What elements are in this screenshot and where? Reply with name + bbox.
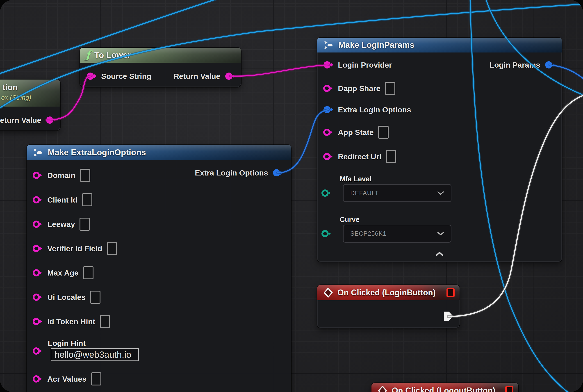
node-on-clicked-login-button[interactable]: On Clicked (LoginButton): [317, 285, 460, 328]
ui-locales-pin[interactable]: [32, 293, 43, 302]
acr-values-value-field[interactable]: [91, 372, 101, 386]
node-title: On Clicked (LoginButton): [338, 288, 436, 298]
client-id-value-field[interactable]: [82, 193, 92, 206]
pin-label: Acr Values: [47, 375, 86, 384]
node-title: tion: [2, 83, 18, 92]
verifier-id-field-pin[interactable]: [32, 244, 43, 253]
node-on-clicked-login-button-header[interactable]: On Clicked (LoginButton): [317, 285, 460, 300]
mfa-level-dropdown[interactable]: DEFAULT: [343, 184, 452, 202]
node-subtitle: ox (String): [1, 94, 31, 102]
extra-login-options-input-pin[interactable]: [323, 105, 334, 114]
pin-label: Verifier Id Field: [47, 244, 102, 253]
pin-label: Domain: [47, 171, 76, 180]
node-on-clicked-logout-button[interactable]: On Clicked (LogoutButton): [372, 383, 518, 392]
leeway-pin[interactable]: [32, 220, 43, 229]
mfa-level-label: Mfa Level: [340, 175, 372, 183]
pin-label: Leeway: [47, 220, 75, 229]
node-make-extra-login-options[interactable]: Make ExtraLoginOptions Extra Login Optio…: [26, 145, 291, 392]
node-title: Make ExtraLoginOptions: [48, 148, 146, 157]
node-make-login-params[interactable]: Make LoginParams Login Provider Login Pa…: [317, 38, 562, 262]
event-icon: [377, 386, 388, 392]
login-hint-label: Login Hint: [48, 339, 86, 348]
acr-values-pin[interactable]: [32, 374, 43, 384]
leeway-value-field[interactable]: [80, 218, 90, 231]
mfa-level-pin[interactable]: [321, 188, 332, 198]
curve-value: SECP256K1: [350, 230, 386, 237]
curve-pin[interactable]: [321, 229, 332, 238]
blueprint-canvas[interactable]: tion ox (String) eturn Value ƒ To Lower …: [0, 0, 583, 392]
id-token-hint-pin[interactable]: [32, 317, 43, 326]
max-age-value-field[interactable]: [83, 266, 94, 279]
delegate-output-icon[interactable]: [505, 386, 514, 392]
node-make-login-params-header[interactable]: Make LoginParams: [317, 38, 562, 52]
pin-label: App State: [338, 128, 374, 137]
source-string-pin[interactable]: [86, 72, 97, 81]
chevron-down-icon: [437, 191, 444, 195]
function-icon: ƒ: [86, 50, 90, 60]
pin-label: Login Provider: [338, 60, 392, 70]
event-icon: [323, 288, 334, 298]
login-hint-pin[interactable]: [32, 346, 43, 356]
node-partial-function[interactable]: tion ox (String) eturn Value: [0, 80, 60, 130]
node-on-clicked-logout-button-header[interactable]: On Clicked (LogoutButton): [372, 383, 518, 392]
redirect-url-pin[interactable]: [323, 152, 334, 161]
client-id-pin[interactable]: [32, 195, 43, 204]
pin-label: Dapp Share: [338, 84, 380, 93]
pin-label: Max Age: [47, 268, 78, 277]
node-title: On Clicked (LogoutButton): [392, 386, 495, 392]
pin-label: Id Token Hint: [47, 317, 95, 326]
app-state-pin[interactable]: [323, 128, 334, 137]
node-title: To Lower: [94, 50, 131, 60]
pin-label: Extra Login Options: [195, 168, 268, 177]
node-make-extra-login-options-header[interactable]: Make ExtraLoginOptions: [26, 145, 291, 160]
make-struct-icon: [32, 148, 44, 158]
return-value-pin[interactable]: [225, 72, 235, 81]
domain-value-field[interactable]: [80, 169, 90, 182]
node-to-lower-header[interactable]: ƒ To Lower: [80, 48, 241, 63]
app-state-value-field[interactable]: [378, 126, 388, 139]
return-value-pin[interactable]: [46, 116, 56, 124]
extra-login-options-output-pin[interactable]: [272, 168, 283, 177]
pin-label: Redirect Url: [338, 152, 382, 161]
pin-label: Ui Locales: [47, 293, 86, 302]
node-partial-function-header[interactable]: tion ox (String): [0, 80, 60, 106]
login-provider-pin[interactable]: [323, 60, 334, 70]
redirect-url-value-field[interactable]: [386, 150, 396, 163]
pin-label: Extra Login Options: [338, 106, 411, 114]
id-token-hint-value-field[interactable]: [100, 315, 110, 328]
dapp-share-pin[interactable]: [323, 84, 334, 93]
pin-label: Login Params: [490, 60, 540, 70]
login-hint-value-field[interactable]: [51, 348, 139, 361]
dapp-share-value-field[interactable]: [385, 82, 395, 95]
curve-label: Curve: [340, 216, 360, 224]
verifier-id-field-value-field[interactable]: [107, 242, 117, 255]
login-params-output-pin[interactable]: [545, 60, 555, 70]
delegate-output-icon[interactable]: [446, 288, 454, 298]
domain-pin[interactable]: [32, 171, 43, 180]
pin-label: Return Value: [174, 72, 220, 81]
curve-dropdown[interactable]: SECP256K1: [343, 224, 452, 243]
mfa-level-value: DEFAULT: [350, 190, 379, 197]
ui-locales-value-field[interactable]: [90, 290, 100, 304]
collapse-node-button[interactable]: [435, 251, 444, 258]
pin-label: eturn Value: [0, 116, 41, 124]
node-title: Make LoginParams: [338, 40, 414, 50]
node-to-lower[interactable]: ƒ To Lower Source String Return Value: [80, 48, 241, 87]
pin-label: Source String: [101, 72, 152, 81]
make-struct-icon: [323, 40, 334, 50]
exec-output-pin[interactable]: [444, 311, 453, 322]
max-age-pin[interactable]: [32, 268, 43, 277]
pin-label: Client Id: [47, 196, 78, 204]
chevron-down-icon: [437, 232, 444, 236]
